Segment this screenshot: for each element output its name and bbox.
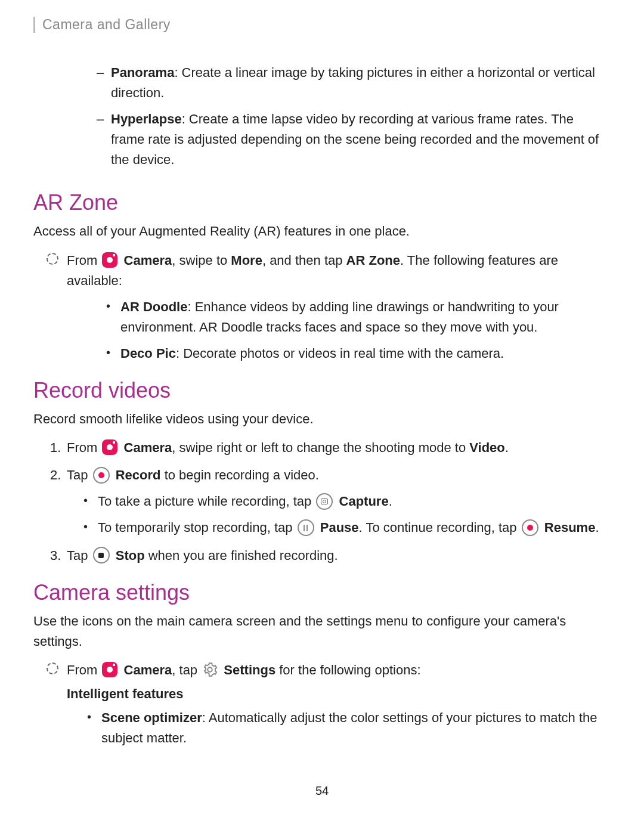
number-marker: 1. [50, 438, 61, 458]
hyperlapse-label: Hyperlapse [111, 112, 182, 126]
more-label: More [231, 253, 262, 268]
number-marker: 2. [50, 465, 61, 485]
header-title: Camera and Gallery [42, 17, 171, 32]
text: , swipe right or left to change the shoo… [172, 440, 469, 455]
page-header: Camera and Gallery [33, 17, 611, 33]
record-videos-heading: Record videos [33, 378, 611, 403]
text: when you are finished recording. [145, 548, 338, 563]
arzone-label: AR Zone [346, 253, 400, 268]
numbered-list: 1. From Camera, swipe right or left to c… [33, 438, 611, 565]
list-item: 3. Tap Stop when you are finished record… [52, 546, 611, 566]
sub-dot-list: To take a picture while recording, tap C… [67, 491, 611, 538]
list-item: 1. From Camera, swipe right or left to c… [52, 438, 611, 458]
stop-icon [93, 547, 110, 563]
capture-icon [316, 493, 333, 510]
decopic-label: Deco Pic [120, 346, 176, 361]
settings-label: Settings [224, 662, 275, 677]
video-label: Video [469, 440, 505, 455]
panorama-label: Panorama [111, 65, 174, 80]
dot-list: Scene optimizer: Automatically adjust th… [33, 708, 611, 748]
list-item: From Camera, swipe to More, and then tap… [52, 250, 611, 291]
panorama-desc: : Create a linear image by taking pictur… [111, 65, 595, 100]
dot-list: AR Doodle: Enhance videos by adding line… [52, 297, 611, 364]
circ-list: From Camera, tap Settings for the follow… [33, 660, 611, 680]
camera-settings-heading: Camera settings [33, 580, 611, 605]
camera-icon [102, 662, 117, 677]
page-number: 54 [33, 784, 611, 798]
text-from: From [67, 253, 101, 268]
pause-icon [298, 519, 314, 536]
camera-label: Camera [124, 662, 172, 677]
stop-label: Stop [116, 548, 145, 563]
camera-icon [102, 439, 117, 455]
record-intro: Record smooth lifelike videos using your… [33, 409, 611, 429]
circle-marker-icon [47, 662, 58, 674]
hyperlapse-desc: : Create a time lapse video by recording… [111, 112, 599, 167]
text: To take a picture while recording, tap [98, 494, 315, 509]
document-page: Camera and Gallery Panorama: Create a li… [0, 0, 644, 822]
gear-icon [202, 662, 218, 677]
camera-label: Camera [124, 253, 172, 268]
text: Tap [67, 467, 92, 482]
circ-list: From Camera, swipe to More, and then tap… [33, 250, 611, 364]
list-item: To take a picture while recording, tap C… [83, 491, 611, 512]
list-item: From Camera, tap Settings for the follow… [52, 660, 611, 680]
text: Tap [67, 548, 92, 563]
record-label: Record [116, 467, 161, 482]
text: . To continue recording, tap [359, 520, 521, 535]
settings-intro: Use the icons on the main camera screen … [33, 611, 611, 652]
list-item: AR Doodle: Enhance videos by adding line… [106, 297, 611, 337]
text: to begin recording a video. [161, 467, 319, 482]
ar-zone-intro: Access all of your Augmented Reality (AR… [33, 221, 611, 241]
list-item: Panorama: Create a linear image by takin… [97, 63, 611, 103]
pause-label: Pause [320, 520, 359, 535]
list-item: To temporarily stop recording, tap Pause… [83, 518, 611, 538]
text-tap: , and then tap [262, 253, 346, 268]
text: To temporarily stop recording, tap [98, 520, 296, 535]
list-item: Deco Pic: Decorate photos or videos in r… [106, 343, 611, 364]
list-item: Hyperlapse: Create a time lapse video by… [97, 109, 611, 170]
text-swipe: , swipe to [172, 253, 231, 268]
list-item: Scene optimizer: Automatically adjust th… [87, 708, 611, 748]
text: . [595, 520, 599, 535]
ardoodle-label: AR Doodle [120, 299, 187, 314]
ar-zone-heading: AR Zone [33, 190, 611, 215]
record-icon [93, 467, 110, 484]
resume-label: Resume [544, 520, 596, 535]
capture-label: Capture [339, 494, 389, 509]
text: , tap [172, 662, 201, 677]
decopic-desc: : Decorate photos or videos in real time… [176, 346, 504, 361]
dash-list: Panorama: Create a linear image by takin… [33, 63, 611, 170]
text: From [67, 662, 101, 677]
text: From [67, 440, 101, 455]
text: for the following options: [275, 662, 420, 677]
camera-icon [102, 252, 117, 268]
intelligent-features-subhead: Intelligent features [67, 686, 611, 702]
text: . [505, 440, 509, 455]
number-marker: 3. [50, 546, 61, 566]
circle-marker-icon [47, 253, 58, 265]
scene-optimizer-label: Scene optimizer [101, 710, 202, 725]
list-item: 2. Tap Record to begin recording a video… [52, 465, 611, 538]
resume-icon [522, 519, 538, 536]
text: . [389, 494, 392, 509]
camera-label: Camera [124, 440, 172, 455]
